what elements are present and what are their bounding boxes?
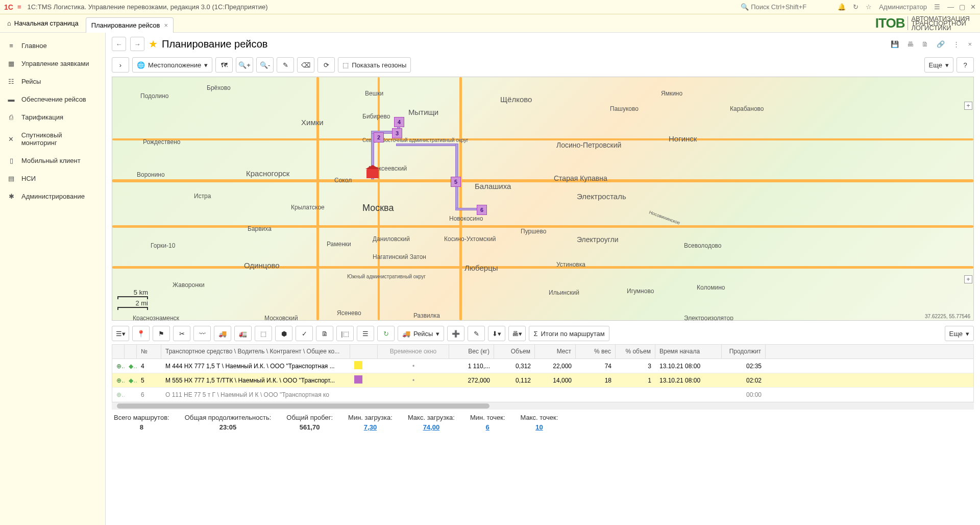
- user-label[interactable]: Администратор: [879, 3, 927, 11]
- zoom-out-button[interactable]: 🔍-: [256, 57, 274, 73]
- tool-refresh-button[interactable]: ↻: [377, 326, 395, 341]
- table-header: № Транспортное средство \ Водитель \ Кон…: [112, 345, 973, 359]
- tool-wave-button[interactable]: 〰: [193, 326, 211, 341]
- logo-1c: 1C: [4, 3, 13, 11]
- nav-requests[interactable]: ▦Управление заявками: [0, 55, 105, 73]
- title-icons: 🔔 ↻ ☆ Администратор ☰: [838, 3, 940, 11]
- tool-doc-button[interactable]: 🗎: [316, 326, 333, 341]
- tab-planning-label: Планирование рейсов: [91, 21, 160, 29]
- expand-icon[interactable]: ⊕: [112, 389, 125, 400]
- dropdown-icon: ▾: [966, 330, 969, 338]
- tool-pin-button[interactable]: 📍: [132, 326, 150, 341]
- nav-mobile[interactable]: ▯Мобильный клиент: [0, 152, 105, 170]
- route-marker[interactable]: 6: [477, 205, 487, 215]
- search-input[interactable]: [751, 3, 827, 11]
- route-marker[interactable]: 3: [392, 128, 402, 138]
- map-coords: 37.62225, 55.77546: [925, 314, 970, 319]
- titlebar: 1C ≡ 1C:TMS Логистика. Управление перево…: [0, 0, 980, 14]
- user-menu-icon[interactable]: ☰: [934, 3, 940, 11]
- document-icon[interactable]: 🗎: [920, 38, 930, 50]
- geozones-button[interactable]: ⬚Показать геозоны: [338, 57, 411, 73]
- map[interactable]: Москва Подолино Брёхово Рождествено Воро…: [112, 77, 974, 321]
- nav-icon: ✱: [7, 193, 15, 200]
- bell-icon[interactable]: 🔔: [838, 3, 846, 11]
- tab-close-icon[interactable]: ×: [164, 21, 168, 29]
- tool-group-button[interactable]: ⬢: [275, 326, 292, 341]
- nav-icon: ▤: [7, 175, 15, 182]
- close-button[interactable]: ✕: [970, 3, 976, 11]
- depot-icon: [366, 169, 379, 178]
- expand-button[interactable]: ›: [112, 57, 129, 73]
- map-add-button[interactable]: +: [964, 102, 972, 110]
- nav-supply[interactable]: ▬Обеспечение рейсов: [0, 90, 105, 108]
- favorite-icon[interactable]: ★: [149, 38, 158, 50]
- brand-sub: АВТОМАТИЗАЦИЯ ТРАНСПОРТНОЙ ЛОГИСТИКИ: [908, 16, 970, 30]
- horizontal-scrollbar[interactable]: [112, 402, 974, 410]
- tab-planning[interactable]: Планирование рейсов ×: [86, 17, 174, 33]
- table-row[interactable]: ⊕ ◆ 5 М 555 НХ 777 1,5 Т/ТТК \ Наемный И…: [112, 373, 973, 388]
- print-icon[interactable]: 🖶: [905, 38, 916, 50]
- summary-footer: Всего маршрутов:8 Общая продолжительност…: [106, 410, 980, 435]
- table-row[interactable]: ⊕ 6 О 111 НЕ 77 5 т Г \ Наемный И К \ ОО…: [112, 388, 973, 402]
- location-button[interactable]: 🌐Местоположение▾: [132, 57, 212, 73]
- route-marker[interactable]: 2: [374, 132, 384, 142]
- color-swatch: [354, 375, 362, 384]
- more-button[interactable]: Еще▾: [924, 57, 953, 73]
- tool-check-button[interactable]: ✓: [296, 326, 313, 341]
- draw-button[interactable]: ✎: [277, 57, 294, 73]
- tool-add-button[interactable]: ➕: [447, 326, 464, 341]
- totals-button[interactable]: ΣИтоги по маршрутам: [529, 326, 609, 341]
- refresh-map-button[interactable]: ⟳: [317, 57, 335, 73]
- maximize-button[interactable]: ▢: [959, 3, 965, 11]
- nav-main[interactable]: ≡Главное: [0, 37, 105, 55]
- minimize-button[interactable]: —: [947, 3, 954, 11]
- scroll-thumb[interactable]: [117, 403, 489, 409]
- tab-home[interactable]: ⌂ Начальная страница: [0, 14, 86, 32]
- tool-truck2-button[interactable]: 🚛: [234, 326, 252, 341]
- globe-icon: 🌐: [137, 61, 145, 69]
- map-layers-button[interactable]: 🗺: [215, 57, 233, 73]
- nav-nsi[interactable]: ▤НСИ: [0, 170, 105, 187]
- tool-edit-button[interactable]: ✎: [468, 326, 485, 341]
- routes-dropdown[interactable]: 🚚Рейсы▾: [398, 326, 444, 341]
- history-icon[interactable]: ↻: [853, 3, 859, 11]
- more-icon[interactable]: ⋮: [951, 38, 962, 50]
- hamburger-icon[interactable]: ≡: [17, 3, 21, 11]
- nav-routes[interactable]: ☷Рейсы: [0, 73, 105, 90]
- home-icon: ⌂: [7, 19, 11, 27]
- expand-icon[interactable]: ⊕: [112, 361, 125, 372]
- dropdown-icon: ▾: [204, 61, 208, 69]
- help-button[interactable]: ?: [957, 57, 974, 73]
- nav-icon: ▬: [7, 96, 15, 103]
- tool-export-button[interactable]: ⬇▾: [488, 326, 505, 341]
- expand-icon[interactable]: ⊕: [112, 375, 125, 386]
- table-row[interactable]: ⊕ ◆ 4 М 444 НХ 777 1,5 Т \ Наемный И.К. …: [112, 359, 973, 373]
- global-search[interactable]: 🔍: [741, 3, 827, 11]
- tool-split-button[interactable]: ✂: [173, 326, 190, 341]
- tool-menu-button[interactable]: ☰: [357, 326, 374, 341]
- tool-truck1-button[interactable]: 🚚: [214, 326, 231, 341]
- link-icon[interactable]: 🔗: [935, 38, 947, 50]
- tool-flag-button[interactable]: ⚑: [153, 326, 170, 341]
- route-marker[interactable]: 5: [451, 177, 461, 187]
- nav-forward-button[interactable]: →: [130, 37, 144, 51]
- tool-align-button[interactable]: |⬚: [336, 326, 354, 341]
- map-toolbar: › 🌐Местоположение▾ 🗺 🔍+ 🔍- ✎ ⌫ ⟳ ⬚Показа…: [106, 55, 980, 75]
- nav-admin[interactable]: ✱Администрирование: [0, 187, 105, 205]
- tool-list-button[interactable]: ☰▾: [112, 326, 129, 341]
- map-add-button[interactable]: +: [964, 275, 972, 283]
- tool-select-button[interactable]: ⬚: [255, 326, 272, 341]
- erase-button[interactable]: ⌫: [297, 57, 314, 73]
- save-icon[interactable]: 💾: [889, 38, 901, 50]
- nav-monitoring[interactable]: ✕Спутниковый мониторинг: [0, 126, 105, 152]
- close-icon[interactable]: ×: [966, 38, 974, 50]
- content: ← → ★ Планирование рейсов 💾 🖶 🗎 🔗 ⋮ × › …: [106, 33, 980, 525]
- nav-back-button[interactable]: ←: [112, 37, 126, 51]
- nav-tariff[interactable]: ⎙Тарификация: [0, 108, 105, 126]
- more-button[interactable]: Еще▾: [945, 326, 974, 341]
- zoom-in-button[interactable]: 🔍+: [236, 57, 253, 73]
- nav-icon: ▯: [7, 157, 15, 164]
- route-marker[interactable]: 4: [394, 117, 404, 127]
- tool-print-button[interactable]: 🖶▾: [508, 326, 526, 341]
- star-icon[interactable]: ☆: [866, 3, 872, 11]
